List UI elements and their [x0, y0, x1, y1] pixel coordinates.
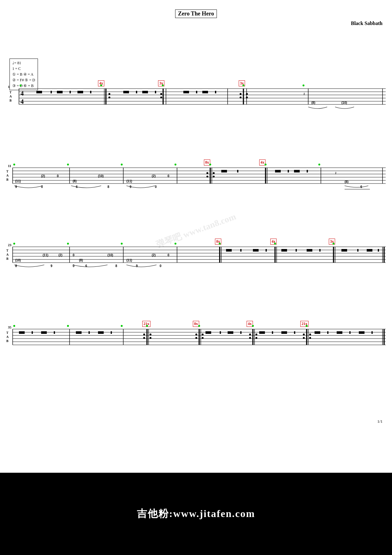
svg-rect-158	[357, 249, 358, 252]
svg-rect-45	[196, 91, 197, 93]
svg-text:B: B	[9, 99, 12, 102]
svg-point-33	[246, 97, 248, 98]
svg-point-202	[303, 334, 305, 335]
svg-rect-149	[226, 249, 232, 252]
svg-point-200	[255, 334, 257, 335]
svg-text:(2): (2)	[58, 253, 62, 257]
svg-text:T: T	[6, 331, 9, 334]
svg-text:(10): (10)	[98, 174, 104, 178]
svg-rect-35	[51, 91, 52, 93]
svg-rect-218	[259, 331, 265, 334]
svg-rect-43	[155, 91, 156, 93]
svg-text:6: 6	[360, 185, 362, 189]
bottom-bar: 吉他粉:www.jitafen.com	[0, 473, 392, 555]
svg-rect-152	[266, 249, 267, 252]
svg-rect-212	[98, 331, 104, 334]
svg-point-58	[67, 164, 69, 165]
svg-point-191	[143, 337, 145, 339]
svg-point-79	[206, 172, 208, 174]
svg-text:B: B	[6, 257, 9, 260]
svg-rect-155	[307, 249, 312, 252]
svg-rect-46	[202, 91, 208, 93]
svg-rect-221	[294, 331, 295, 334]
svg-rect-37	[70, 91, 71, 93]
svg-point-112	[67, 243, 69, 245]
svg-rect-100	[288, 170, 289, 172]
svg-point-193	[150, 337, 151, 339]
svg-text:9: 9	[51, 264, 52, 268]
svg-rect-208	[41, 331, 47, 334]
svg-point-26	[108, 93, 110, 95]
svg-text:4: 4	[21, 98, 24, 105]
svg-text:(8): (8)	[311, 101, 315, 104]
svg-text:(11): (11)	[126, 179, 132, 183]
svg-text:4: 4	[21, 90, 24, 97]
svg-rect-220	[281, 331, 287, 334]
svg-rect-98	[237, 170, 238, 172]
svg-rect-209	[54, 331, 55, 334]
svg-rect-160	[378, 249, 379, 252]
svg-text:0: 0	[41, 185, 43, 189]
svg-rect-213	[111, 331, 112, 334]
svg-point-203	[303, 337, 305, 339]
svg-point-199	[249, 337, 251, 339]
svg-point-169	[121, 325, 123, 327]
svg-point-30	[240, 93, 242, 95]
svg-point-9	[242, 84, 244, 86]
svg-point-10	[303, 84, 304, 86]
svg-point-61	[209, 164, 211, 165]
svg-point-63	[318, 164, 320, 165]
svg-point-204	[309, 334, 311, 335]
artist-name: Black Sabbath	[351, 21, 383, 26]
svg-point-8	[162, 84, 164, 86]
svg-rect-226	[359, 331, 364, 334]
svg-point-117	[333, 243, 334, 245]
svg-rect-157	[341, 249, 347, 252]
svg-rect-207	[32, 331, 33, 334]
svg-point-59	[121, 164, 123, 165]
staff-row-4: T A B	[0, 313, 392, 354]
svg-point-196	[202, 334, 204, 335]
svg-point-29	[160, 97, 162, 98]
svg-rect-42	[142, 91, 148, 93]
svg-rect-154	[296, 249, 297, 252]
svg-text:9: 9	[136, 264, 138, 268]
svg-text:0: 0	[168, 174, 169, 178]
svg-rect-227	[371, 331, 373, 334]
svg-text:8: 8	[15, 264, 17, 268]
svg-point-197	[202, 337, 204, 339]
svg-rect-34	[36, 91, 42, 93]
svg-text:(10): (10)	[107, 253, 113, 257]
staff-row-3: T A B (10) (11) (2) 0 (8) (10) (11)	[0, 231, 392, 272]
svg-point-194	[195, 334, 197, 335]
svg-text:(11): (11)	[15, 179, 21, 183]
svg-rect-159	[367, 249, 372, 252]
svg-rect-223	[327, 331, 328, 334]
svg-rect-206	[19, 331, 25, 334]
svg-point-7	[100, 84, 102, 86]
svg-text:A: A	[6, 335, 9, 339]
svg-text:(8): (8)	[345, 180, 348, 184]
tempo-marking: ♩= 81	[12, 60, 35, 66]
svg-point-60	[175, 164, 176, 165]
svg-point-77	[213, 172, 215, 174]
site-url: 吉他粉:www.jitafen.com	[137, 507, 255, 521]
svg-point-27	[108, 97, 110, 98]
svg-point-80	[206, 176, 208, 178]
svg-point-31	[240, 97, 242, 98]
svg-text:A: A	[9, 95, 12, 98]
svg-text:8: 8	[115, 264, 117, 268]
svg-point-205	[309, 337, 311, 339]
svg-point-111	[13, 243, 15, 245]
svg-text:6: 6	[85, 264, 87, 268]
svg-text:0: 0	[160, 264, 162, 268]
svg-text:(8): (8)	[73, 179, 77, 183]
staff-row-2: T A B (11) (2) 0 (8) (10)	[0, 152, 392, 193]
svg-point-170	[146, 325, 148, 327]
svg-text:A: A	[6, 253, 9, 256]
svg-point-114	[175, 243, 176, 245]
svg-point-190	[143, 334, 145, 335]
svg-rect-216	[228, 331, 233, 334]
svg-point-168	[67, 325, 69, 327]
svg-point-6	[20, 84, 21, 86]
